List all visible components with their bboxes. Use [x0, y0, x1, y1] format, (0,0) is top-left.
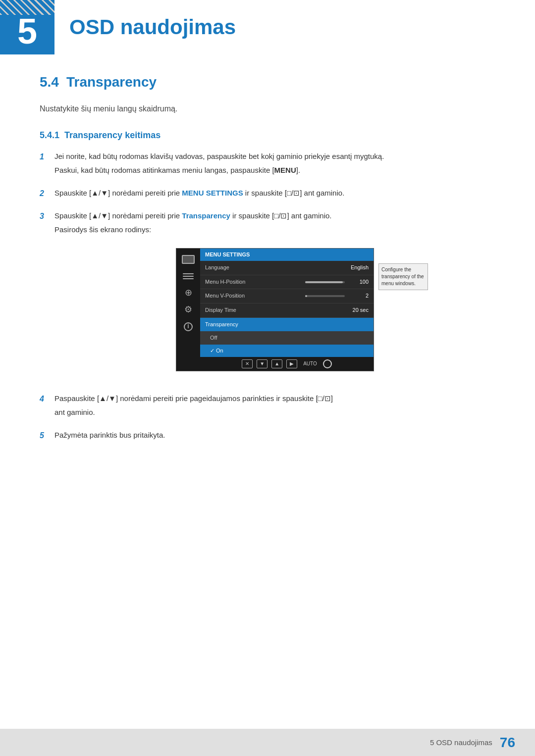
- step-content: Pažymėta parinktis bus pritaikyta.: [54, 429, 495, 443]
- menu-row-label: Display Time: [205, 306, 349, 315]
- menu-btn-x: ✕: [242, 359, 253, 368]
- menu-btn-up: ▲: [271, 359, 282, 368]
- gear-icon: ⚙: [184, 302, 192, 317]
- footer-page-number: 76: [500, 735, 515, 751]
- menu-rows: Language English Menu H-Position 100: [200, 261, 374, 357]
- menu-row-label: Menu V-Position: [205, 292, 305, 301]
- step-number: 5: [40, 429, 54, 443]
- menu-dropdown: Off On: [200, 332, 374, 357]
- menu-dropdown-item-off: Off: [200, 332, 374, 345]
- footer-text: 5 OSD naudojimas: [430, 738, 492, 747]
- subsection-heading: 5.4.1 Transparency keitimas: [40, 130, 495, 141]
- menu-icon-lines: [180, 270, 196, 282]
- step-content: Spauskite [▲/▼] norėdami pereiti prie ME…: [54, 187, 495, 201]
- chapter-title: OSD naudojimas: [69, 15, 236, 39]
- menu-tooltip: Configure the transparency of the menu w…: [378, 263, 428, 290]
- menu-row-v-position: Menu V-Position 2: [200, 289, 374, 303]
- menu-row-display-time: Display Time 20 sec: [200, 303, 374, 318]
- arrows-icon: ⊕: [185, 286, 192, 300]
- lines-icon: [183, 273, 194, 280]
- list-item: 4 Paspauskite [▲/▼] norėdami pereiti pri…: [40, 393, 495, 420]
- menu-icon-gear: ⚙: [180, 304, 196, 316]
- menu-row-label: Transparency: [205, 320, 369, 329]
- step-text-2: ant gaminio.: [54, 406, 495, 418]
- menu-btn-power: [323, 359, 332, 368]
- step-text: Jei norite, kad būtų rodomas klavišų vad…: [54, 151, 495, 162]
- menu-screenshot-wrapper: ⊕ ⚙ i MENU SETTINGS: [54, 248, 495, 372]
- section-heading: 5.4Transparency: [40, 74, 495, 90]
- list-item: 1 Jei norite, kad būtų rodomas klavišų v…: [40, 151, 495, 178]
- menu-title-bar: MENU SETTINGS: [200, 249, 374, 261]
- menu-main: MENU SETTINGS Language English: [200, 249, 374, 371]
- page-footer: 5 OSD naudojimas 76: [0, 729, 535, 756]
- step-content: Jei norite, kad būtų rodomas klavišų vad…: [54, 151, 495, 178]
- steps-list: 1 Jei norite, kad būtų rodomas klavišų v…: [40, 151, 495, 444]
- chapter-title-block: OSD naudojimas: [54, 0, 236, 54]
- chapter-number: 5: [17, 13, 37, 49]
- menu-row-h-position: Menu H-Position 100: [200, 275, 374, 290]
- step-text: Pažymėta parinktis bus pritaikyta.: [54, 429, 495, 441]
- menu-dropdown-item-on: On: [200, 345, 374, 357]
- step-text: Spauskite [▲/▼] norėdami pereiti prie Tr…: [54, 210, 495, 222]
- menu-btn-auto-label: AUTO: [301, 360, 319, 368]
- step-content: Paspauskite [▲/▼] norėdami pereiti prie …: [54, 393, 495, 420]
- menu-buttons-bar: ✕ ▼ ▲ ▶ AUTO: [200, 357, 374, 371]
- list-item: 2 Spauskite [▲/▼] norėdami pereiti prie …: [40, 187, 495, 201]
- bar-fill: [305, 281, 343, 283]
- menu-btn-down: ▼: [257, 359, 268, 368]
- menu-row-value: 2: [349, 292, 369, 301]
- step-number: 2: [40, 187, 54, 201]
- menu-row-label: Menu H-Position: [205, 278, 305, 287]
- menu-row-value: English: [349, 263, 369, 272]
- bar-fill: [305, 295, 307, 297]
- menu-screenshot: ⊕ ⚙ i MENU SETTINGS: [176, 248, 374, 372]
- subsection-number: 5.4.1: [40, 130, 59, 140]
- menu-icon-info: i: [180, 321, 196, 333]
- chapter-number-block: 5: [0, 0, 54, 54]
- step-number: 1: [40, 151, 54, 178]
- step-subtext: Pasirodys šis ekrano rodinys:: [54, 224, 495, 236]
- menu-sidebar: ⊕ ⚙ i: [176, 249, 200, 371]
- step-text: Spauskite [▲/▼] norėdami pereiti prie ME…: [54, 187, 495, 199]
- list-item: 5 Pažymėta parinktis bus pritaikyta.: [40, 429, 495, 443]
- menu-row-language: Language English: [200, 261, 374, 275]
- description-text: Nustatykite šių meniu langų skaidrumą.: [40, 102, 495, 115]
- step-text: Paspauskite [▲/▼] norėdami pereiti prie …: [54, 393, 495, 404]
- info-icon: i: [184, 322, 193, 331]
- menu-row-transparency: Transparency: [200, 318, 374, 332]
- step-text-2: Paskui, kad būtų rodomas atitinkamas men…: [54, 164, 495, 176]
- main-content: 5.4Transparency Nustatykite šių meniu la…: [0, 54, 535, 502]
- menu-icon-arrows: ⊕: [180, 287, 196, 299]
- page-header: 5 OSD naudojimas: [0, 0, 535, 54]
- section-number: 5.4: [40, 74, 59, 90]
- monitor-icon: [182, 255, 195, 264]
- menu-row-value: 100: [349, 278, 369, 287]
- menu-row-bar: [305, 295, 345, 297]
- menu-row-value: 20 sec: [349, 306, 369, 315]
- list-item: 3 Spauskite [▲/▼] norėdami pereiti prie …: [40, 210, 495, 384]
- subsection-title: Transparency keitimas: [64, 130, 160, 140]
- step-number: 3: [40, 210, 54, 384]
- menu-btn-enter: ▶: [286, 359, 297, 368]
- menu-icon-monitor: [180, 253, 196, 265]
- menu-row-label: Language: [205, 263, 349, 272]
- step-number: 4: [40, 393, 54, 420]
- section-title: Transparency: [66, 74, 157, 90]
- menu-row-bar: [305, 281, 345, 283]
- step-content: Spauskite [▲/▼] norėdami pereiti prie Tr…: [54, 210, 495, 384]
